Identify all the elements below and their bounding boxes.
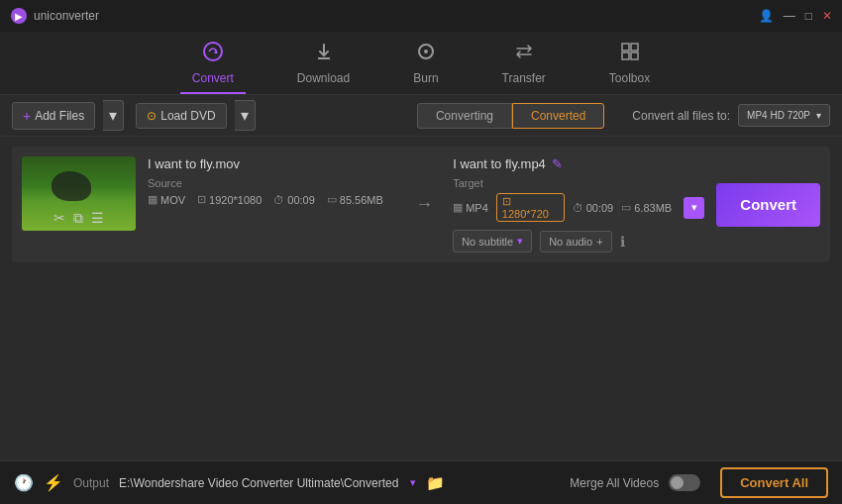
download-nav-icon: [313, 41, 335, 67]
target-size-value: 6.83MB: [634, 202, 672, 214]
title-bar-left: ▶ uniconverter: [10, 7, 99, 25]
output-label: Output: [73, 476, 109, 490]
target-format-item: ▦ MP4: [453, 201, 488, 214]
arrow-icon: →: [415, 194, 433, 215]
toolbox-nav-icon: [619, 41, 641, 67]
source-label: Source: [148, 177, 399, 189]
folder-icon[interactable]: 📁: [426, 474, 445, 492]
nav-toolbox-label: Toolbox: [609, 71, 650, 85]
maximize-button[interactable]: □: [805, 10, 812, 22]
svg-rect-8: [631, 44, 638, 50]
target-duration-item: ⏱ 00:09: [573, 202, 614, 214]
close-button[interactable]: ✕: [822, 10, 832, 22]
nav-burn-label: Burn: [413, 71, 438, 85]
thumbnail-controls: ✂ ⧉ ☰: [22, 210, 136, 227]
app-logo-icon: ▶: [10, 7, 28, 25]
svg-marker-3: [214, 50, 218, 53]
target-duration-icon: ⏱: [573, 202, 583, 214]
target-format-icon: ▦: [453, 201, 463, 214]
svg-text:▶: ▶: [15, 11, 23, 22]
convert-all-button[interactable]: Convert All: [720, 467, 828, 498]
resolution-icon-small: ⊡: [502, 195, 511, 207]
target-file-name-row: I want to fly.mp4 ✎: [453, 156, 704, 171]
toolbar: + Add Files ▾ ⊙ Load DVD ▾ Converting Co…: [0, 95, 842, 137]
source-resolution-value: 1920*1080: [209, 194, 262, 206]
nav-item-transfer[interactable]: Transfer: [490, 37, 558, 89]
target-size-icon: ▭: [621, 201, 631, 214]
source-file-name: I want to fly.mov: [148, 156, 399, 171]
merge-toggle[interactable]: [669, 474, 700, 491]
convert-button[interactable]: Convert: [716, 183, 820, 227]
cut-icon[interactable]: ✂: [53, 210, 65, 227]
status-bar: 🕐 ⚡ Output E:\Wondershare Video Converte…: [0, 460, 842, 504]
user-icon[interactable]: 👤: [759, 10, 774, 22]
title-bar: ▶ uniconverter 👤 — □ ✕: [0, 0, 842, 32]
output-path-dropdown[interactable]: ▾: [410, 476, 416, 489]
edit-icon[interactable]: ✎: [552, 156, 563, 171]
svg-point-6: [424, 50, 428, 53]
source-size-item: ▭ 85.56MB: [327, 193, 383, 206]
clock-icon[interactable]: 🕐: [14, 473, 34, 492]
target-duration-value: 00:09: [586, 202, 614, 214]
info-icon[interactable]: ℹ: [620, 234, 625, 250]
source-format-value: MOV: [160, 194, 185, 206]
convert-nav-icon: [202, 41, 224, 67]
load-dvd-dropdown[interactable]: ▾: [235, 100, 256, 131]
format-dropdown-icon: ▾: [816, 110, 821, 121]
load-dvd-button[interactable]: ⊙ Load DVD: [136, 103, 226, 129]
title-bar-controls: 👤 — □ ✕: [759, 10, 832, 22]
minimize-button[interactable]: —: [784, 10, 795, 22]
burn-nav-icon: [415, 41, 437, 67]
transfer-nav-icon: [513, 41, 535, 67]
add-files-label: Add Files: [35, 109, 84, 123]
resolution-icon: ⊡: [197, 193, 206, 206]
svg-rect-7: [622, 44, 629, 50]
target-size-item: ▭ 6.83MB: [621, 201, 672, 214]
file-source-info: I want to fly.mov Source ▦ MOV ⊡ 1920*10…: [148, 156, 399, 206]
format-icon: ▦: [148, 193, 158, 206]
tab-converted[interactable]: Converted: [512, 103, 604, 129]
audio-plus-icon: +: [596, 236, 602, 248]
crop-icon[interactable]: ⧉: [73, 210, 83, 227]
target-label: Target: [453, 177, 704, 189]
nav-transfer-label: Transfer: [502, 71, 546, 85]
target-settings-dropdown[interactable]: ▾: [684, 197, 704, 219]
svg-rect-10: [631, 52, 638, 59]
nav-item-burn[interactable]: Burn: [401, 37, 450, 89]
svg-point-2: [204, 43, 222, 60]
subtitle-dropdown[interactable]: No subtitle ▾: [453, 230, 532, 252]
nav-item-toolbox[interactable]: Toolbox: [597, 37, 662, 89]
format-selector[interactable]: MP4 HD 720P ▾: [738, 104, 830, 127]
size-icon: ▭: [327, 193, 337, 206]
add-files-button[interactable]: + Add Files: [12, 102, 95, 130]
audio-label: No audio: [549, 236, 592, 248]
subtitle-label: No subtitle: [462, 236, 513, 248]
subtitle-audio-row: No subtitle ▾ No audio + ℹ: [453, 230, 704, 252]
nav-bar: Convert Download Burn Transfer Toolbox: [0, 32, 842, 95]
nav-download-label: Download: [297, 71, 350, 85]
target-resolution-value: 1280*720: [502, 208, 549, 220]
nav-item-convert[interactable]: Convert: [180, 37, 246, 89]
source-meta: ▦ MOV ⊡ 1920*1080 ⏱ 00:09 ▭ 85.56MB: [148, 193, 399, 206]
dvd-icon: ⊙: [147, 109, 157, 123]
add-files-dropdown[interactable]: ▾: [103, 100, 124, 131]
convert-all-files-label: Convert all files to:: [632, 109, 730, 123]
convert-tabs: Converting Converted: [417, 103, 604, 129]
source-size-value: 85.56MB: [340, 194, 383, 206]
source-duration-item: ⏱ 00:09: [273, 194, 315, 206]
audio-dropdown[interactable]: No audio +: [540, 231, 611, 252]
source-resolution-item: ⊡ 1920*1080: [197, 193, 262, 206]
plus-icon: +: [23, 108, 31, 124]
subtitle-dropdown-arrow: ▾: [517, 235, 523, 248]
nav-item-download[interactable]: Download: [285, 37, 362, 89]
main-content: ✂ ⧉ ☰ I want to fly.mov Source ▦ MOV ⊡ 1…: [0, 137, 842, 460]
list-icon[interactable]: ☰: [91, 210, 104, 227]
file-thumbnail: ✂ ⧉ ☰: [22, 156, 136, 231]
svg-rect-9: [622, 52, 629, 59]
tab-converting[interactable]: Converting: [417, 103, 512, 129]
target-meta: ▦ MP4 ⊡ 1280*720 ⏱ 00:09 ▭ 6.83MB ▾: [453, 193, 704, 222]
duration-icon: ⏱: [273, 194, 284, 206]
target-format-value: MP4: [466, 202, 488, 214]
lightning-icon[interactable]: ⚡: [44, 473, 63, 492]
load-dvd-label: Load DVD: [160, 109, 215, 123]
